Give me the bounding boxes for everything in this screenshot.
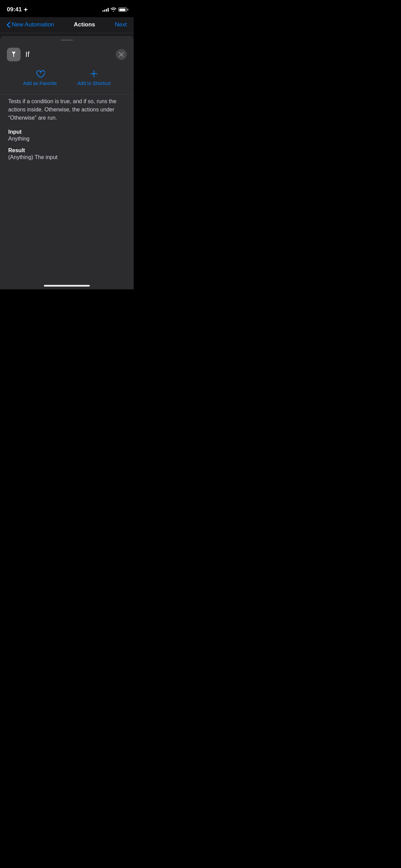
action-title: If	[25, 50, 29, 59]
add-shortcut-label: Add to Shortcut	[77, 81, 111, 86]
sheet-handle-bar	[61, 39, 73, 41]
description-section: Tests if a condition is true, and if so,…	[0, 94, 134, 174]
input-label: Input	[8, 129, 125, 135]
back-button[interactable]: New Automation	[7, 21, 54, 28]
add-shortcut-button[interactable]: Add to Shortcut	[77, 69, 111, 86]
status-icons	[102, 8, 127, 12]
action-icon-container	[7, 48, 21, 61]
page-title: Actions	[74, 21, 95, 28]
close-icon	[119, 52, 124, 57]
input-value: Anything	[8, 136, 125, 142]
action-header: If	[0, 43, 134, 67]
sheet-handle	[0, 36, 134, 43]
status-bar: 09:41	[0, 0, 134, 17]
heart-icon	[35, 69, 45, 79]
next-button[interactable]: Next	[115, 21, 127, 28]
home-indicator	[44, 285, 90, 287]
status-time: 09:41	[7, 6, 28, 13]
signal-icon	[102, 8, 109, 12]
result-label: Result	[8, 147, 125, 154]
bottom-sheet: If Add as Favorite	[0, 36, 134, 289]
if-icon	[10, 50, 18, 59]
close-button[interactable]	[116, 49, 127, 60]
add-favorite-button[interactable]: Add as Favorite	[23, 69, 57, 86]
back-label: New Automation	[12, 21, 54, 28]
wifi-icon	[111, 8, 116, 12]
location-icon	[23, 7, 28, 12]
time-display: 09:41	[7, 6, 22, 13]
plus-icon	[89, 69, 99, 79]
action-icon-title: If	[7, 48, 29, 61]
action-buttons-row: Add as Favorite Add to Shortcut	[0, 67, 134, 94]
battery-icon	[118, 8, 127, 12]
nav-bar: New Automation Actions Next	[0, 17, 134, 33]
result-value: (Anything) The input	[8, 154, 125, 160]
description-text: Tests if a condition is true, and if so,…	[8, 97, 125, 122]
sheet-container: If Add as Favorite	[0, 33, 134, 289]
add-favorite-label: Add as Favorite	[23, 81, 57, 86]
